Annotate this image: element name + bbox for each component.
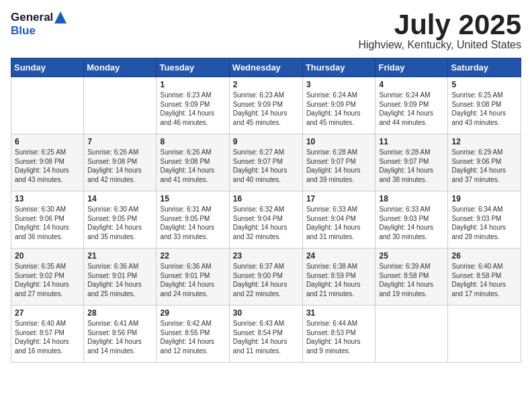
cell-info: Sunrise: 6:33 AMSunset: 9:04 PMDaylight:… [306,205,361,240]
day-number: 2 [233,80,299,89]
cell-info: Sunrise: 6:40 AMSunset: 8:58 PMDaylight:… [451,263,506,298]
calendar-cell: 16 Sunrise: 6:32 AMSunset: 9:04 PMDaylig… [229,191,302,248]
day-number: 1 [160,80,225,89]
cell-info: Sunrise: 6:28 AMSunset: 9:07 PMDaylight:… [379,148,433,183]
cell-info: Sunrise: 6:42 AMSunset: 8:55 PMDaylight:… [160,320,214,355]
day-number: 17 [306,194,372,203]
cell-info: Sunrise: 6:37 AMSunset: 9:00 PMDaylight:… [233,263,287,298]
cell-info: Sunrise: 6:26 AMSunset: 9:08 PMDaylight:… [87,148,142,183]
day-number: 8 [160,137,225,146]
day-number: 27 [15,308,80,318]
cell-info: Sunrise: 6:31 AMSunset: 9:05 PMDaylight:… [160,205,214,240]
cell-info: Sunrise: 6:23 AMSunset: 9:09 PMDaylight:… [233,91,287,126]
day-number: 3 [306,80,372,89]
calendar-cell: 22 Sunrise: 6:36 AMSunset: 9:01 PMDaylig… [157,248,229,306]
cell-info: Sunrise: 6:28 AMSunset: 9:07 PMDaylight:… [306,148,361,183]
logo-general: General [11,11,53,24]
day-number: 22 [160,251,225,261]
calendar-cell: 10 Sunrise: 6:28 AMSunset: 9:07 PMDaylig… [302,134,375,191]
calendar-cell: 29 Sunrise: 6:42 AMSunset: 8:55 PMDaylig… [157,306,229,363]
day-number: 24 [306,251,372,261]
calendar-cell: 26 Sunrise: 6:40 AMSunset: 8:58 PMDaylig… [448,248,521,306]
cell-info: Sunrise: 6:44 AMSunset: 8:53 PMDaylight:… [306,320,361,355]
calendar-week-4: 20 Sunrise: 6:35 AMSunset: 9:02 PMDaylig… [11,248,521,306]
cell-info: Sunrise: 6:27 AMSunset: 9:07 PMDaylight:… [233,148,287,183]
calendar-cell: 17 Sunrise: 6:33 AMSunset: 9:04 PMDaylig… [302,191,375,248]
day-number: 31 [306,308,372,318]
calendar-cell: 6 Sunrise: 6:25 AMSunset: 9:08 PMDayligh… [11,134,84,191]
calendar-cell: 21 Sunrise: 6:36 AMSunset: 9:01 PMDaylig… [84,248,157,306]
calendar-cell: 11 Sunrise: 6:28 AMSunset: 9:07 PMDaylig… [375,134,448,191]
day-number: 12 [451,137,517,146]
day-number: 21 [87,251,152,261]
day-number: 16 [233,194,299,203]
cell-info: Sunrise: 6:36 AMSunset: 9:01 PMDaylight:… [87,263,142,298]
page-header: General Blue July 2025 Highview, Kentuck… [11,11,521,51]
day-number: 30 [233,308,299,318]
month-title: July 2025 [359,11,522,39]
calendar-cell [84,77,157,134]
day-number: 28 [87,308,152,318]
calendar-week-2: 6 Sunrise: 6:25 AMSunset: 9:08 PMDayligh… [11,134,521,191]
day-number: 9 [233,137,299,146]
cell-info: Sunrise: 6:24 AMSunset: 9:09 PMDaylight:… [379,91,433,126]
calendar-cell: 8 Sunrise: 6:26 AMSunset: 9:08 PMDayligh… [157,134,229,191]
weekday-header-wednesday: Wednesday [229,58,302,77]
cell-info: Sunrise: 6:40 AMSunset: 8:57 PMDaylight:… [15,320,69,355]
day-number: 19 [451,194,517,203]
cell-info: Sunrise: 6:34 AMSunset: 9:03 PMDaylight:… [451,205,506,240]
calendar-week-1: 1 Sunrise: 6:23 AMSunset: 9:09 PMDayligh… [11,77,521,134]
day-number: 29 [160,308,225,318]
logo-triangle-icon [54,11,66,24]
calendar-cell [375,306,448,363]
calendar-week-5: 27 Sunrise: 6:40 AMSunset: 8:57 PMDaylig… [11,306,521,363]
cell-info: Sunrise: 6:38 AMSunset: 8:59 PMDaylight:… [306,263,361,298]
cell-info: Sunrise: 6:30 AMSunset: 9:05 PMDaylight:… [87,205,142,240]
cell-info: Sunrise: 6:39 AMSunset: 8:58 PMDaylight:… [379,263,433,298]
weekday-header-row: SundayMondayTuesdayWednesdayThursdayFrid… [11,58,521,77]
day-number: 20 [15,251,80,261]
calendar-cell: 20 Sunrise: 6:35 AMSunset: 9:02 PMDaylig… [11,248,84,306]
cell-info: Sunrise: 6:30 AMSunset: 9:06 PMDaylight:… [15,205,69,240]
day-number: 13 [15,194,80,203]
calendar-cell: 27 Sunrise: 6:40 AMSunset: 8:57 PMDaylig… [11,306,84,363]
title-area: July 2025 Highview, Kentucky, United Sta… [359,11,522,51]
cell-info: Sunrise: 6:23 AMSunset: 9:09 PMDaylight:… [160,91,214,126]
day-number: 26 [451,251,517,261]
calendar-cell: 2 Sunrise: 6:23 AMSunset: 9:09 PMDayligh… [229,77,302,134]
weekday-header-monday: Monday [84,58,157,77]
weekday-header-thursday: Thursday [302,58,375,77]
day-number: 6 [15,137,80,146]
calendar-cell: 31 Sunrise: 6:44 AMSunset: 8:53 PMDaylig… [302,306,375,363]
calendar-cell: 5 Sunrise: 6:25 AMSunset: 9:08 PMDayligh… [448,77,521,134]
calendar-cell: 28 Sunrise: 6:41 AMSunset: 8:56 PMDaylig… [84,306,157,363]
day-number: 11 [379,137,444,146]
calendar-cell: 12 Sunrise: 6:29 AMSunset: 9:06 PMDaylig… [448,134,521,191]
day-number: 15 [160,194,225,203]
calendar-cell: 4 Sunrise: 6:24 AMSunset: 9:09 PMDayligh… [375,77,448,134]
calendar-cell: 24 Sunrise: 6:38 AMSunset: 8:59 PMDaylig… [302,248,375,306]
calendar-cell [11,77,84,134]
calendar-cell: 18 Sunrise: 6:33 AMSunset: 9:03 PMDaylig… [375,191,448,248]
cell-info: Sunrise: 6:24 AMSunset: 9:09 PMDaylight:… [306,91,361,126]
cell-info: Sunrise: 6:25 AMSunset: 9:08 PMDaylight:… [15,148,69,183]
calendar-cell: 25 Sunrise: 6:39 AMSunset: 8:58 PMDaylig… [375,248,448,306]
location: Highview, Kentucky, United States [359,39,522,51]
calendar-cell: 9 Sunrise: 6:27 AMSunset: 9:07 PMDayligh… [229,134,302,191]
cell-info: Sunrise: 6:36 AMSunset: 9:01 PMDaylight:… [160,263,214,298]
calendar-week-3: 13 Sunrise: 6:30 AMSunset: 9:06 PMDaylig… [11,191,521,248]
logo: General Blue [11,11,66,38]
weekday-header-sunday: Sunday [11,58,84,77]
calendar-cell: 13 Sunrise: 6:30 AMSunset: 9:06 PMDaylig… [11,191,84,248]
calendar-cell [448,306,521,363]
svg-marker-0 [54,11,66,24]
weekday-header-saturday: Saturday [448,58,521,77]
calendar-cell: 30 Sunrise: 6:43 AMSunset: 8:54 PMDaylig… [229,306,302,363]
day-number: 7 [87,137,152,146]
cell-info: Sunrise: 6:26 AMSunset: 9:08 PMDaylight:… [160,148,214,183]
calendar-cell: 19 Sunrise: 6:34 AMSunset: 9:03 PMDaylig… [448,191,521,248]
day-number: 14 [87,194,152,203]
day-number: 5 [451,80,517,89]
day-number: 18 [379,194,444,203]
day-number: 4 [379,80,444,89]
